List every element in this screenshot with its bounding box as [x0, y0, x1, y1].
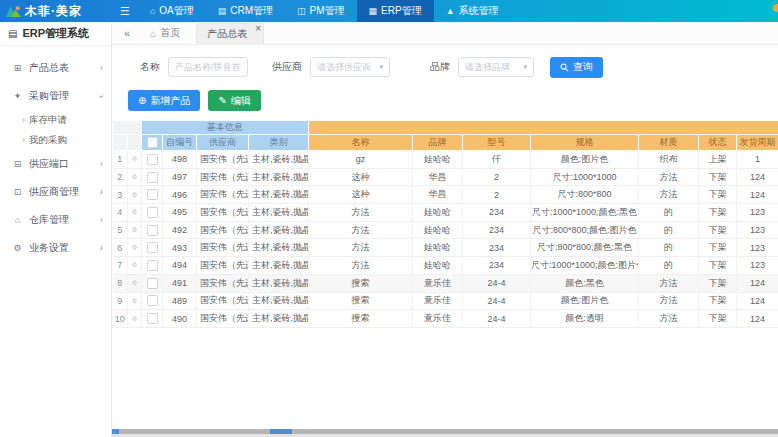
table-row[interactable]: 9✧489国安伟（先进拓...主材,瓷砖,抛晶砖搜索意乐佳24-4颜色:图片色方…	[113, 292, 778, 310]
cell-brand: 娃哈哈	[413, 257, 463, 275]
table-row[interactable]: 8✧491国安伟（先进拓...主材,瓷砖,抛晶砖搜索意乐佳24-4颜色:黑色方法…	[113, 274, 778, 292]
row-checkbox[interactable]	[147, 278, 158, 289]
row-checkbox[interactable]	[147, 260, 158, 271]
column-header-idx	[113, 135, 128, 151]
cell-cycle: 124	[737, 274, 778, 292]
product-name-input[interactable]	[168, 57, 248, 77]
row-checkbox[interactable]	[147, 154, 158, 165]
drag-handle-icon[interactable]: ✧	[131, 172, 139, 182]
nav-item-crm[interactable]: ▤ CRM管理	[206, 0, 285, 22]
table-row[interactable]: 1✧498国安伟（先进拓...主材,瓷砖,抛晶砖gz娃哈哈仟颜色:图片色织布上架…	[113, 151, 778, 169]
nav-item-oa[interactable]: ⌂ OA管理	[138, 0, 206, 22]
caret-down-icon: ▾	[523, 63, 527, 71]
row-checkbox[interactable]	[147, 313, 158, 324]
drag-handle-icon[interactable]: ✧	[131, 154, 139, 164]
select-all-checkbox[interactable]	[147, 137, 158, 148]
cell-brand: 华昌	[413, 168, 463, 186]
sidebar-item-product-list[interactable]: ⊞ 产品总表 ›	[0, 54, 111, 82]
sidebar: ▤ ERP管理系统 ⊞ 产品总表 › ✦ 采购管理 › › 库存申请 ›	[0, 22, 112, 437]
row-checkbox[interactable]	[147, 189, 158, 200]
drag-handle-icon[interactable]: ✧	[131, 314, 139, 324]
drag-cell: ✧	[128, 204, 142, 222]
search-button[interactable]: 查询	[550, 57, 603, 78]
cell-sn: 496	[163, 186, 197, 204]
cell-spec: 尺寸:1000*1000;颜色:黑色	[531, 204, 639, 222]
cell-cycle: 1	[737, 151, 778, 169]
drag-handle-icon[interactable]: ✧	[131, 260, 139, 270]
sidebar-item-purchase[interactable]: ✦ 采购管理 ›	[0, 82, 111, 110]
sidebar-subitem-inventory-request[interactable]: › 库存申请	[0, 110, 111, 130]
row-checkbox[interactable]	[147, 207, 158, 218]
checkbox-cell	[142, 168, 163, 186]
cell-name: gz	[309, 151, 413, 169]
tab-home[interactable]: ⌂ 首页	[140, 22, 190, 44]
home-icon: ⌂	[150, 28, 156, 39]
chevron-right-icon: ›	[100, 214, 103, 225]
table-row[interactable]: 6✧493国安伟（先进拓...主材,瓷砖,抛晶砖方法娃哈哈234尺寸:800*8…	[113, 239, 778, 257]
sidebar-item-business-settings[interactable]: ⚙ 业务设置 ›	[0, 234, 111, 262]
collapse-tabs-icon[interactable]: «	[120, 27, 134, 39]
sidebar-item-warehouse[interactable]: ⌂ 仓库管理 ›	[0, 206, 111, 234]
cell-model: 234	[463, 221, 531, 239]
column-header-check[interactable]	[142, 135, 163, 151]
name-filter-label: 名称	[140, 60, 160, 74]
nav-item-system[interactable]: ▲ 系统管理	[434, 0, 511, 22]
sidebar-subitem-my-purchase[interactable]: › 我的采购	[0, 130, 111, 150]
cell-sn: 490	[163, 310, 197, 328]
chart-icon: ▲	[446, 6, 455, 16]
bank-icon: ◫	[297, 6, 306, 16]
column-header-status: 状态	[699, 135, 737, 151]
table-row[interactable]: 2✧497国安伟（先进拓...主材,瓷砖,抛晶砖这种华昌2尺寸:1000*100…	[113, 168, 778, 186]
row-index-cell: 2	[113, 168, 128, 186]
drag-handle-icon[interactable]: ✧	[131, 207, 139, 217]
menu-toggle-icon[interactable]: ☰	[112, 5, 138, 18]
erp-app-window: 木菲·美家 ☰ ⌂ OA管理 ▤ CRM管理 ◫ PM管理 ▦ ERP管理 ▲ …	[0, 0, 778, 437]
row-index-cell: 10	[113, 310, 128, 328]
cell-model: 24-4	[463, 310, 531, 328]
cell-brand: 意乐佳	[413, 310, 463, 328]
cell-spec: 颜色:透明	[531, 310, 639, 328]
tab-product-list[interactable]: 产品总表 ×	[196, 23, 264, 45]
table-row[interactable]: 5✧492国安伟（先进拓...主材,瓷砖,抛晶砖方法娃哈哈234尺寸:800*8…	[113, 221, 778, 239]
cell-model: 2	[463, 168, 531, 186]
close-icon[interactable]: ×	[255, 23, 261, 34]
cell-model: 24-4	[463, 292, 531, 310]
drag-cell: ✧	[128, 221, 142, 239]
column-header-material: 材质	[639, 135, 699, 151]
row-checkbox[interactable]	[147, 172, 158, 183]
cell-brand: 意乐佳	[413, 274, 463, 292]
table-row[interactable]: 10✧490国安伟（先进拓...主材,瓷砖,抛晶砖搜索意乐佳24-4颜色:透明方…	[113, 310, 778, 328]
purchase-icon: ✦	[12, 91, 23, 101]
table-row[interactable]: 4✧495国安伟（先进拓...主材,瓷砖,抛晶砖方法娃哈哈234尺寸:1000*…	[113, 204, 778, 222]
row-checkbox[interactable]	[147, 225, 158, 236]
top-navigation: ⌂ OA管理 ▤ CRM管理 ◫ PM管理 ▦ ERP管理 ▲ 系统管理	[138, 0, 511, 22]
row-index-cell: 4	[113, 204, 128, 222]
table-row[interactable]: 7✧494国安伟（先进拓...主材,瓷砖,抛晶砖方法娃哈哈234尺寸:1000*…	[113, 257, 778, 275]
home-icon: ⌂	[150, 6, 155, 16]
cell-brand: 娃哈哈	[413, 204, 463, 222]
brand-select[interactable]: 请选择品牌 ▾	[458, 57, 534, 77]
drag-handle-icon[interactable]: ✧	[131, 243, 139, 253]
drag-handle-icon[interactable]: ✧	[131, 225, 139, 235]
cell-supplier: 国安伟（先进拓...	[197, 310, 249, 328]
drag-handle-icon[interactable]: ✧	[131, 190, 139, 200]
row-checkbox[interactable]	[147, 295, 158, 306]
add-product-button[interactable]: ⊕ 新增产品	[128, 90, 200, 111]
nav-item-erp[interactable]: ▦ ERP管理	[357, 0, 434, 22]
nav-item-pm[interactable]: ◫ PM管理	[285, 0, 357, 22]
sidebar-item-supply-port[interactable]: ⊟ 供应端口 ›	[0, 150, 111, 178]
chevron-right-icon: ›	[100, 158, 103, 169]
table-row[interactable]: 3✧496国安伟（先进拓...主材,瓷砖,抛晶砖这种华昌2尺寸:800*800方…	[113, 186, 778, 204]
row-checkbox[interactable]	[147, 242, 158, 253]
supplier-select[interactable]: 请选择供应商 ▾	[310, 57, 390, 77]
user-avatar-icon[interactable]	[773, 4, 778, 12]
edit-button[interactable]: ✎ 编辑	[208, 90, 260, 111]
app-logo[interactable]: 木菲·美家	[0, 0, 112, 22]
column-header-model: 型号	[463, 135, 531, 151]
column-header-brand: 品牌	[413, 135, 463, 151]
drag-cell: ✧	[128, 292, 142, 310]
cell-spec: 尺寸:800*800;颜色:图片色	[531, 221, 639, 239]
drag-handle-icon[interactable]: ✧	[131, 278, 139, 288]
drag-handle-icon[interactable]: ✧	[131, 296, 139, 306]
sidebar-item-supplier-mgmt[interactable]: ⊡ 供应商管理 ›	[0, 178, 111, 206]
